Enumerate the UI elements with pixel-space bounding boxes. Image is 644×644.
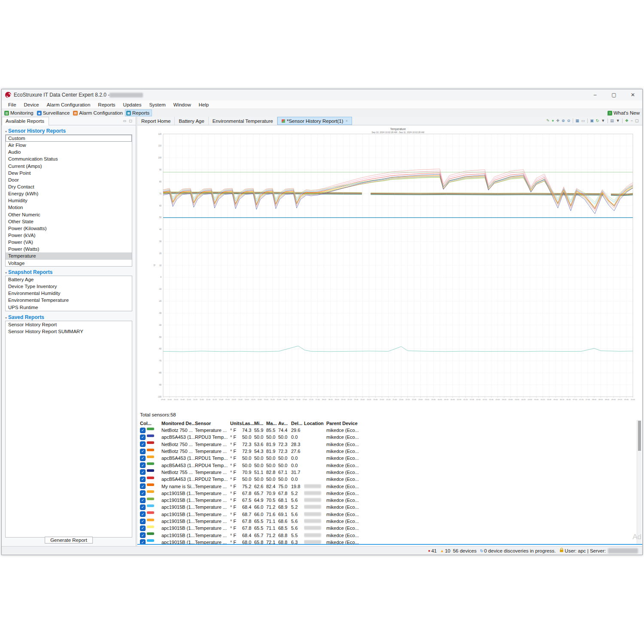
report-item-motion[interactable]: Motion bbox=[6, 204, 132, 211]
section-snapshot-reports[interactable]: ▾Snapshot Reports bbox=[5, 269, 52, 275]
chart-svg[interactable]: TemperatureSep 10, 2024 10:02:28 AM - Se… bbox=[143, 126, 641, 410]
maximize-button[interactable]: ▢ bbox=[605, 89, 623, 100]
table-row[interactable]: ✓NetBotz 750 ...Temperature ...° F72.353… bbox=[137, 441, 642, 448]
menu-window[interactable]: Window bbox=[170, 101, 195, 108]
table-row[interactable]: ✓apc19015B (1...Temperature ...° F67.865… bbox=[137, 490, 642, 497]
menu-system[interactable]: System bbox=[145, 101, 169, 108]
window-view-icon[interactable]: ▭ bbox=[581, 119, 585, 123]
report-item-air-flow[interactable]: Air Flow bbox=[6, 142, 132, 149]
table-row[interactable]: ✓NetBotz 750 ...Temperature ...° F74.355… bbox=[137, 427, 642, 434]
dropdown-caret-icon[interactable]: ▼ bbox=[616, 119, 620, 123]
tab-battery-age[interactable]: Battery Age bbox=[175, 117, 208, 125]
report-item-device-type-inventory[interactable]: Device Type Inventory bbox=[6, 283, 132, 290]
row-checkbox[interactable]: ✓ bbox=[140, 456, 146, 461]
tab-report-home[interactable]: Report Home bbox=[137, 117, 175, 125]
report-item-other-state[interactable]: Other State bbox=[6, 218, 132, 225]
row-checkbox[interactable]: ✓ bbox=[140, 511, 146, 517]
menu-help[interactable]: Help bbox=[195, 101, 213, 108]
refresh-icon[interactable]: ↻ bbox=[596, 119, 599, 123]
col-las[interactable]: Las... bbox=[242, 421, 254, 426]
row-checkbox[interactable]: ✓ bbox=[140, 498, 146, 503]
report-item-door[interactable]: Door bbox=[6, 176, 132, 183]
report-item-dry-contact[interactable]: Dry Contact bbox=[6, 183, 132, 190]
row-checkbox[interactable]: ✓ bbox=[140, 477, 146, 482]
report-item-sensor-history-report[interactable]: Sensor History Report bbox=[6, 321, 132, 328]
report-item-power-watts-[interactable]: Power (Watts) bbox=[6, 246, 132, 252]
dropdown-caret-icon[interactable]: ▼ bbox=[601, 119, 605, 123]
col-monitoredde[interactable]: Monitored De... bbox=[161, 421, 195, 426]
warning-alarms-icon[interactable]: ▲ bbox=[440, 549, 444, 553]
whats-new-link[interactable]: ! What's New bbox=[608, 110, 642, 115]
tab-close-icon[interactable]: ✕ bbox=[346, 119, 348, 123]
report-item-communication-status[interactable]: Communication Status bbox=[6, 155, 132, 162]
table-scrollbar[interactable] bbox=[637, 420, 641, 545]
row-checkbox[interactable]: ✓ bbox=[140, 469, 146, 475]
record-icon[interactable]: ● bbox=[552, 119, 554, 123]
tab-environmental-temperature[interactable]: Environmental Temperature bbox=[209, 117, 277, 125]
save-icon[interactable]: ▤ bbox=[610, 119, 614, 123]
generate-report-button[interactable]: Generate Report bbox=[45, 537, 93, 544]
report-item-environmental-temperature[interactable]: Environmental Temperature bbox=[6, 297, 132, 304]
table-row[interactable]: ✓apcB5A453 (1...RPDU4 Temp...° F50.050.0… bbox=[137, 462, 642, 468]
menu-reports[interactable]: Reports bbox=[94, 101, 119, 108]
row-checkbox[interactable]: ✓ bbox=[140, 526, 146, 531]
critical-alarms-count[interactable]: 41 bbox=[431, 548, 437, 553]
table-row[interactable]: ✓apcB5A453 (1...RPDU1 Temp...° F50.050.0… bbox=[137, 455, 642, 462]
pan-icon[interactable]: ✚ bbox=[556, 119, 560, 123]
table-row[interactable]: ✓apc19015B (1...Temperature ...° F67.865… bbox=[137, 518, 642, 525]
report-item-other-numeric[interactable]: Other Numeric bbox=[6, 211, 132, 218]
menu-file[interactable]: File bbox=[4, 101, 20, 108]
warning-alarms-count[interactable]: 10 bbox=[445, 548, 450, 553]
table-row[interactable]: ✓apc19015B (1...Temperature ...° F68.766… bbox=[137, 511, 642, 518]
table-row[interactable]: ✓apc19015B (1...Temperature ...° F68.466… bbox=[137, 504, 642, 510]
report-item-voltage[interactable]: Voltage bbox=[6, 260, 132, 267]
col-col[interactable]: Col... bbox=[140, 421, 161, 426]
table-row[interactable]: ✓NetBotz 755 ...Temperature ...° F70.951… bbox=[137, 469, 642, 476]
col-sensor[interactable]: Sensor bbox=[195, 421, 230, 426]
close-button[interactable]: ✕ bbox=[623, 89, 642, 100]
menu-alarm-configuration[interactable]: Alarm Configuration bbox=[43, 101, 94, 108]
col-ma[interactable]: Ma... bbox=[266, 421, 278, 426]
report-item-battery-age[interactable]: Battery Age bbox=[6, 276, 132, 283]
table-row[interactable]: ✓My name is Si...Temperature ...° F75.26… bbox=[137, 483, 642, 489]
section-sensor-history-reports[interactable]: ▾Sensor History Reports bbox=[5, 128, 66, 134]
scrollbar-thumb[interactable] bbox=[638, 421, 641, 451]
report-item-ups-runtime[interactable]: UPS Runtime bbox=[6, 304, 132, 311]
section-saved-reports[interactable]: ▾Saved Reports bbox=[5, 314, 44, 320]
zoom-out-icon[interactable]: ⊖ bbox=[567, 119, 571, 123]
report-item-temperature[interactable]: Temperature bbox=[6, 252, 132, 259]
perspective-reports[interactable]: ▦Reports bbox=[125, 110, 152, 116]
table-row[interactable]: ✓apc19015B (1...Temperature ...° F68.465… bbox=[137, 532, 642, 538]
perspective-alarm-configuration[interactable]: ▤Alarm Configuration bbox=[72, 110, 125, 116]
table-view-icon[interactable]: ▦ bbox=[575, 119, 579, 123]
row-checkbox[interactable]: ✓ bbox=[140, 462, 146, 468]
row-checkbox[interactable]: ✓ bbox=[140, 532, 146, 538]
col-units[interactable]: Units bbox=[230, 421, 242, 426]
col-parentdevice[interactable]: Parent Device bbox=[326, 421, 374, 426]
edit-icon[interactable]: ✎ bbox=[547, 119, 550, 123]
perspective-monitoring[interactable]: ▥Monitoring bbox=[3, 110, 36, 116]
panel-min-icon[interactable]: − bbox=[631, 119, 633, 123]
report-item-power-va-[interactable]: Power (VA) bbox=[6, 239, 132, 246]
help-chat-icon[interactable]: ❖ bbox=[625, 119, 629, 123]
col-mi[interactable]: Mi... bbox=[254, 421, 266, 426]
perspective-surveillance[interactable]: ◉Surveillance bbox=[36, 110, 72, 116]
report-item-power-kilowatts-[interactable]: Power (Kilowatts) bbox=[6, 225, 132, 232]
zoom-in-icon[interactable]: ⊕ bbox=[562, 119, 565, 123]
table-row[interactable]: ✓apcB5A453 (1...RPDU3 Temp...° F50.050.0… bbox=[137, 434, 642, 440]
table-row[interactable]: ✓apc19015B (1...Temperature ...° F67.564… bbox=[137, 497, 642, 504]
tab--sensor-history-report-1-[interactable]: *Sensor History Report(1)✕ bbox=[277, 117, 352, 125]
report-item-humidity[interactable]: Humidity bbox=[6, 197, 132, 204]
report-item-current-amps-[interactable]: Current (Amps) bbox=[6, 163, 132, 170]
table-row[interactable]: ✓apcB5A453 (1...RPDU2 Temp...° F50.050.0… bbox=[137, 476, 642, 483]
menu-updates[interactable]: Updates bbox=[119, 101, 146, 108]
row-checkbox[interactable]: ✓ bbox=[140, 441, 146, 447]
table-header[interactable]: Col...Monitored De...SensorUnitsLas...Mi… bbox=[137, 420, 642, 427]
row-checkbox[interactable]: ✓ bbox=[140, 490, 146, 496]
col-del[interactable]: Del... bbox=[291, 421, 304, 426]
row-checkbox[interactable]: ✓ bbox=[140, 483, 146, 489]
row-checkbox[interactable]: ✓ bbox=[140, 428, 146, 433]
minimize-button[interactable]: – bbox=[586, 89, 605, 100]
table-row[interactable]: ✓apc19015B (1...Temperature ...° F67.865… bbox=[137, 525, 642, 532]
col-av[interactable]: Av... bbox=[278, 421, 291, 426]
